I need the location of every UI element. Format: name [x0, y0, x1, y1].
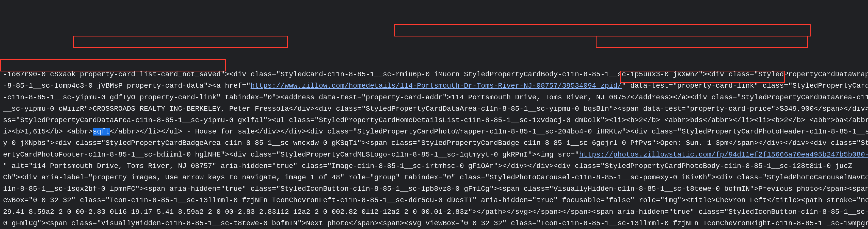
devtools-source-view[interactable]: -1o67r90-0 cSxaok property-card list-car…: [0, 57, 868, 229]
code-text: </title><path stroke="none" d="M: [767, 196, 868, 204]
code-text: </div><div class="StyledPropertyCardData…: [289, 105, 780, 113]
code-text: ss="StyledPropertyCardDataArea-c11n-8-85…: [3, 116, 639, 124]
code-text: 0 gFmlCg"><span class="VisuallyHidden-c1…: [3, 219, 306, 227]
next-photo-label: Next photo: [306, 219, 349, 227]
beds-value: 2: [639, 116, 643, 124]
listing-type: House for sale: [195, 128, 255, 136]
annotation-box: [73, 36, 288, 48]
mls-logo-alt: 114 Portsmouth Drive, Toms River, NJ 087…: [33, 162, 212, 170]
code-text: " role="group" tabindex="0" class="Style…: [340, 174, 868, 181]
code-text: i><b>: [3, 128, 24, 136]
annotation-box: [394, 24, 811, 36]
code-text: </abbr></li><li><b>: [703, 116, 784, 124]
code-text: </b> <abbr>: [643, 116, 690, 124]
code-text: -1o67r90-0 cSxaok property-card list-car…: [3, 70, 868, 78]
svg-viewbox: 0 0 32 32: [464, 219, 502, 227]
property-price: $349,900: [780, 105, 814, 113]
svg-viewbox: 0 0 32 32: [33, 196, 71, 204]
beds-abbr: bds: [690, 116, 703, 124]
mls-logo-url[interactable]: https://photos.zillowstatic.com/fp/94d11…: [579, 151, 868, 159]
sqft-value: 1,615: [24, 128, 46, 136]
code-text: -8-85-1__sc-1omp4c3-0 jVBMsP property-ca…: [3, 82, 251, 90]
property-detail-url[interactable]: https://www.zillow.com/homedetails/114-P…: [251, 82, 622, 90]
code-text: </span><span><svg vi: [818, 185, 868, 193]
code-text: </address></a><div class="StyledProperty…: [630, 93, 868, 101]
code-text: " data-test="property-card-link" class="…: [622, 82, 868, 90]
prev-photo-label: Previous photo: [758, 185, 818, 193]
code-text: ertyCardPhotoFooter-c11n-8-85-1__sc-bdii…: [3, 151, 579, 159]
carousel-aria-label: property images, Use arrow keys to navig…: [93, 174, 340, 181]
code-text: 29.41 8.59a2 2 0 00-2.83 0L16 19.17 5.41…: [3, 208, 868, 216]
code-text: y-0 jXNpbs"><div class="StyledPropertyCa…: [3, 139, 660, 147]
code-text: </abbr></li></ul> -: [110, 128, 195, 136]
code-text: ewBox=": [3, 196, 33, 204]
code-text: </span></div><div cla: [814, 105, 868, 113]
code-text: </span></div></div><div class="StyledPro…: [728, 139, 868, 147]
property-address: 114 Portsmouth Drive, Toms River, NJ 087…: [451, 93, 630, 101]
annotation-box: [596, 36, 808, 48]
chevron-left-title: Chevron Left: [716, 196, 767, 204]
code-text: " alt=": [3, 162, 33, 170]
open-house-badge: Open: Sun. 1-3pm: [660, 139, 728, 147]
code-text: __sc-yipmu-0 cWiizR">: [3, 105, 93, 113]
code-text: </div></div><div class="StyledPropertyCa…: [255, 128, 868, 136]
code-text: Ch"><div aria-label=": [3, 174, 93, 181]
property-broker: CROSSROADS REALTY INC-BERKELEY, Peter Fr…: [93, 105, 289, 113]
baths-value: 2: [784, 116, 788, 124]
code-text: </span><span><svg viewBox=": [349, 219, 464, 227]
selected-text-sqft: sqft: [93, 128, 110, 136]
code-text: -c11n-8-85-1__sc-yipmu-0 gdfTyO property…: [3, 93, 451, 101]
code-text: </b> <abbr>: [788, 116, 835, 124]
code-text: </abbr></li><l: [844, 116, 868, 124]
code-text: " aria-hidden="true" class="Image-c11n-8…: [212, 162, 852, 170]
code-text: " class="Icon-c11n-8-85-1__sc-13llmml-0 …: [71, 196, 716, 204]
baths-abbr: ba: [835, 116, 844, 124]
code-text: 11n-8-85-1__sc-1sqx2bf-0 lpmnFC"><span a…: [3, 185, 758, 193]
code-text: </b> <abbr>: [46, 128, 93, 136]
code-text: " class="Icon-c11n-8-85-1__sc-13llmml-0 …: [502, 219, 868, 227]
